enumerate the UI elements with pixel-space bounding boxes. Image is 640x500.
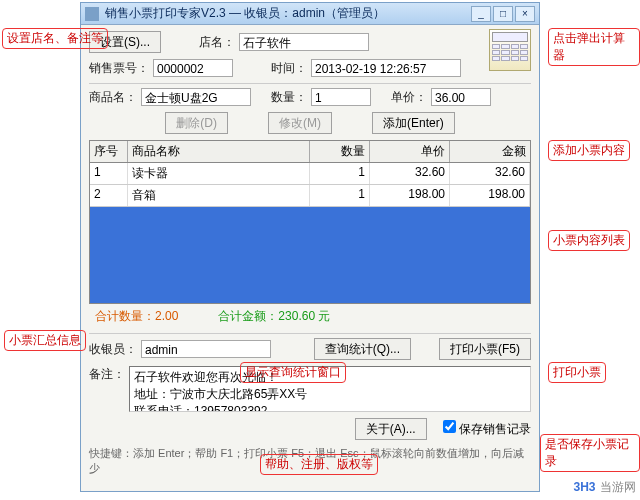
sum-amt-label: 合计金额： <box>218 309 278 323</box>
close-button[interactable]: × <box>515 6 535 22</box>
table-header: 序号 商品名称 数量 单价 金额 <box>90 141 530 163</box>
delete-button[interactable]: 删除(D) <box>165 112 228 134</box>
titlebar[interactable]: 销售小票打印专家V2.3 — 收银员：admin（管理员） _ □ × <box>81 3 539 25</box>
shop-label: 店名： <box>199 34 235 51</box>
query-button[interactable]: 查询统计(Q)... <box>314 338 411 360</box>
anno-save: 是否保存小票记录 <box>540 434 640 472</box>
saleno-label: 销售票号： <box>89 60 149 77</box>
minimize-button[interactable]: _ <box>471 6 491 22</box>
remark-label: 备注： <box>89 366 125 383</box>
print-button[interactable]: 打印小票(F5) <box>439 338 531 360</box>
saleno-input[interactable]: 0000002 <box>153 59 233 77</box>
modify-button[interactable]: 修改(M) <box>268 112 332 134</box>
remark-textarea[interactable]: 石子软件欢迎您再次光临！ 地址：宁波市大庆北路65弄XX号 联系电话：13957… <box>129 366 531 412</box>
anno-add: 添加小票内容 <box>548 140 630 161</box>
qty-input[interactable]: 1 <box>311 88 371 106</box>
time-label: 时间： <box>271 60 307 77</box>
anno-calc: 点击弹出计算器 <box>548 28 640 66</box>
cashier-label: 收银员： <box>89 341 137 358</box>
app-icon <box>85 7 99 21</box>
shortcut-hint: 快捷键：添加 Enter；帮助 F1；打印小票 F5；退出 Esc；鼠标滚轮向前… <box>89 446 531 476</box>
col-price[interactable]: 单价 <box>370 141 450 162</box>
cashier-input[interactable]: admin <box>141 340 271 358</box>
app-window: 销售小票打印专家V2.3 — 收银员：admin（管理员） _ □ × 设置(S… <box>80 2 540 492</box>
settings-button[interactable]: 设置(S)... <box>89 31 161 53</box>
maximize-button[interactable]: □ <box>493 6 513 22</box>
anno-summary: 小票汇总信息 <box>4 330 86 351</box>
time-input[interactable]: 2013-02-19 12:26:57 <box>311 59 461 77</box>
qty-label: 数量： <box>271 89 307 106</box>
summary-row: 合计数量：2.00 合计金额：230.60 元 <box>89 304 531 329</box>
price-input[interactable]: 36.00 <box>431 88 491 106</box>
shop-input[interactable]: 石子软件 <box>239 33 369 51</box>
save-checkbox[interactable]: 保存销售记录 <box>443 420 531 438</box>
price-label: 单价： <box>391 89 427 106</box>
anno-list: 小票内容列表 <box>548 230 630 251</box>
sum-qty-label: 合计数量： <box>95 309 155 323</box>
watermark: 3H3 当游网 <box>574 477 636 496</box>
sum-qty-value: 2.00 <box>155 309 178 323</box>
calculator-icon[interactable] <box>489 29 531 71</box>
col-name[interactable]: 商品名称 <box>128 141 310 162</box>
product-input[interactable]: 金士顿U盘2G <box>141 88 251 106</box>
add-button[interactable]: 添加(Enter) <box>372 112 455 134</box>
table-row[interactable]: 1 读卡器 1 32.60 32.60 <box>90 163 530 185</box>
window-title: 销售小票打印专家V2.3 — 收银员：admin（管理员） <box>105 5 471 22</box>
about-button[interactable]: 关于(A)... <box>355 418 427 440</box>
col-index[interactable]: 序号 <box>90 141 128 162</box>
col-qty[interactable]: 数量 <box>310 141 370 162</box>
col-amount[interactable]: 金额 <box>450 141 530 162</box>
anno-print: 打印小票 <box>548 362 606 383</box>
table-body[interactable]: 1 读卡器 1 32.60 32.60 2 音箱 1 198.00 198.00 <box>90 163 530 303</box>
table-row[interactable]: 2 音箱 1 198.00 198.00 <box>90 185 530 207</box>
items-table: 序号 商品名称 数量 单价 金额 1 读卡器 1 32.60 32.60 2 音… <box>89 140 531 304</box>
product-label: 商品名： <box>89 89 137 106</box>
sum-amt-value: 230.60 元 <box>278 309 330 323</box>
